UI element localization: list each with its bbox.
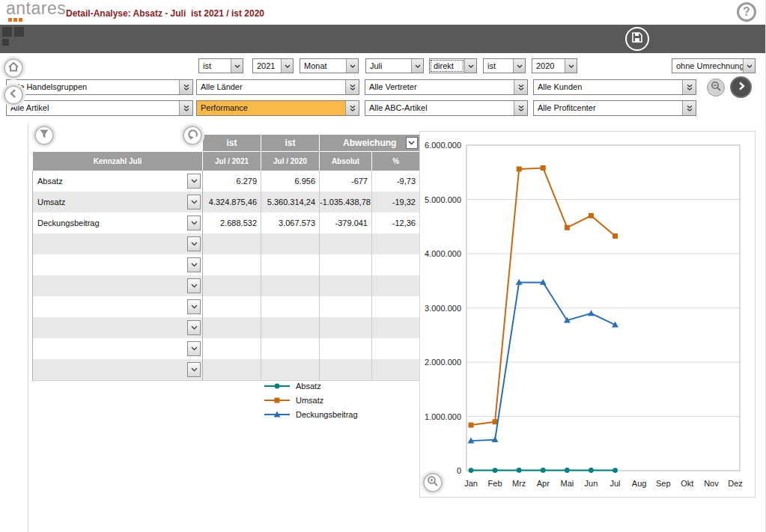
chevron-left-icon — [7, 88, 19, 103]
kennzahl-dropdown-button[interactable] — [187, 174, 201, 189]
app-window: antares Detail-Analyse: Absatz - Juli is… — [0, 0, 766, 532]
svg-text:Okt: Okt — [681, 479, 693, 488]
home-icon — [7, 60, 20, 76]
zoom-out-button[interactable] — [707, 79, 725, 97]
filter-laender-select[interactable]: Alle Länder — [196, 79, 359, 95]
filter-basis-select[interactable]: ist — [198, 58, 243, 73]
back-button[interactable] — [4, 85, 23, 105]
kennzahl-label: Absatz — [37, 177, 63, 186]
filter-performance-select[interactable]: Performance — [196, 100, 359, 116]
kennzahl-dropdown-button[interactable] — [187, 320, 201, 335]
kennzahl-dropdown-button[interactable] — [187, 195, 201, 210]
chart-zoom-button[interactable] — [423, 473, 443, 492]
svg-text:Nov: Nov — [704, 479, 719, 488]
kennzahl-dropdown-button[interactable] — [187, 257, 201, 272]
svg-text:Mai: Mai — [560, 479, 574, 488]
filter-vertreter-select[interactable]: Alle Vertreter — [365, 79, 528, 95]
filter-compare-basis-select[interactable]: ist — [483, 58, 526, 73]
col-subheader-absolut: Absolut — [320, 151, 372, 171]
svg-text:Apr: Apr — [537, 479, 550, 488]
magnifier-icon — [427, 475, 439, 490]
value-cell — [320, 296, 372, 317]
double-chevron-down-icon — [682, 101, 696, 115]
filter-year-select[interactable]: 2021 — [252, 58, 294, 73]
value-cell: -12,36 — [372, 213, 420, 233]
antares-logo: antares — [6, 0, 66, 19]
filter-currency-select[interactable]: ohne Umrechnung — [672, 58, 756, 73]
kennzahl-dropdown-button[interactable] — [187, 299, 201, 314]
filter-profitcenter-select[interactable]: Alle Profitcenter — [533, 100, 696, 116]
kennzahl-dropdown-button[interactable] — [187, 341, 201, 356]
question-mark-icon: ? — [743, 5, 750, 19]
kennzahl-dropdown-button[interactable] — [187, 362, 201, 377]
value-cell — [372, 296, 420, 317]
abweichung-dropdown-button[interactable] — [406, 137, 418, 149]
svg-text:Feb: Feb — [488, 479, 502, 488]
table-row — [33, 254, 420, 275]
value-cell — [320, 233, 372, 254]
save-button[interactable] — [625, 27, 649, 51]
legend-item: Umsatz — [264, 393, 358, 407]
kennzahl-dropdown-button[interactable] — [187, 278, 201, 293]
svg-text:4.000.000: 4.000.000 — [425, 249, 461, 258]
col-subheader-jul-2021: Jul / 2021 — [203, 151, 261, 171]
magnifier-minus-icon — [711, 81, 722, 95]
value-cell — [261, 275, 320, 296]
filter-abc-artikel-select[interactable]: Alle ABC-Artikel — [365, 100, 528, 116]
value-cell — [372, 317, 420, 338]
svg-text:Mrz: Mrz — [512, 479, 526, 488]
value-cell — [320, 338, 372, 359]
filter-kunden-select[interactable]: Alle Kunden — [533, 79, 696, 95]
filter-handelsgruppen-select[interactable]: Alle Handelsgruppen — [6, 79, 193, 95]
col-header-ist-2021: ist — [203, 135, 261, 151]
value-cell — [261, 233, 320, 254]
value-cell — [203, 338, 261, 359]
kennzahl-cell — [33, 338, 203, 359]
reset-button[interactable] — [183, 126, 202, 145]
chevron-down-icon — [464, 59, 476, 73]
legend-label: Absatz — [296, 382, 321, 391]
value-cell — [261, 359, 320, 380]
double-chevron-down-icon — [514, 80, 527, 94]
chevron-down-icon — [281, 59, 293, 73]
value-cell: -1.035.438,78 — [320, 192, 372, 213]
chevron-down-icon — [346, 59, 358, 73]
chart-panel: 01.000.0002.000.0003.000.0004.000.0005.0… — [419, 131, 756, 498]
page-title: Detail-Analyse: Absatz - Juli ist 2021 /… — [66, 8, 264, 19]
col-subheader-jul-2020: Jul / 2020 — [261, 151, 320, 171]
filter-table-button[interactable] — [34, 126, 54, 145]
header: antares Detail-Analyse: Absatz - Juli is… — [0, 0, 765, 25]
legend-item: Deckungsbeitrag — [264, 407, 358, 421]
toolbar — [0, 25, 765, 53]
kennzahl-cell — [33, 296, 203, 317]
table-row — [33, 317, 420, 338]
legend-marker-icon — [264, 382, 291, 390]
double-chevron-down-icon — [345, 80, 359, 94]
svg-text:Dez: Dez — [728, 479, 743, 488]
kennzahl-cell: Absatz — [33, 171, 203, 192]
filter-month-select[interactable]: Juli — [365, 58, 424, 73]
filter-mode-select[interactable]: direkt — [429, 58, 477, 73]
col-subheader-percent: % — [372, 151, 420, 171]
kennzahl-cell — [33, 275, 203, 296]
filter-compare-year-select[interactable]: 2020 — [532, 58, 577, 73]
filter-bar: ist 2021 Monat Juli direkt ist 2020 ohne… — [0, 53, 765, 123]
filter-period-type-select[interactable]: Monat — [300, 58, 359, 73]
svg-text:1.000.000: 1.000.000 — [425, 412, 461, 421]
kennzahl-dropdown-button[interactable] — [187, 236, 201, 251]
home-button[interactable] — [4, 58, 23, 78]
value-cell: -19,32 — [372, 192, 420, 213]
value-cell — [320, 317, 372, 338]
kennzahl-table: ist ist Abweichung Kennzahl Juli Jul / 2… — [32, 135, 420, 381]
double-chevron-down-icon — [682, 80, 696, 94]
toolbar-decoration-square — [14, 27, 24, 37]
col-header-ist-2020: ist — [261, 135, 320, 151]
content-left-divider — [28, 123, 28, 532]
kennzahl-dropdown-button[interactable] — [187, 215, 201, 230]
table-row — [33, 233, 420, 254]
kennzahl-cell: Umsatz — [33, 192, 203, 213]
apply-filter-button[interactable] — [730, 76, 752, 98]
table-row — [33, 359, 420, 380]
filter-artikel-select[interactable]: Alle Artikel — [6, 100, 193, 116]
help-button[interactable]: ? — [737, 2, 756, 22]
